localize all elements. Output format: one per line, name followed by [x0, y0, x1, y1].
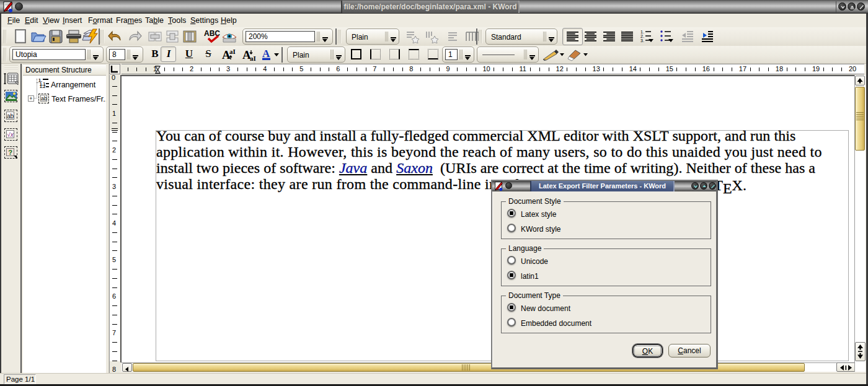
- svg-text:aI: aI: [250, 55, 256, 61]
- svg-text:A: A: [262, 48, 270, 59]
- svg-text:1.: 1.: [640, 30, 644, 34]
- svg-text:aI: aI: [229, 48, 236, 55]
- svg-text:3.: 3.: [640, 38, 644, 43]
- svg-text:2.: 2.: [640, 34, 644, 38]
- svg-text:1.2: 1.2: [40, 84, 45, 88]
